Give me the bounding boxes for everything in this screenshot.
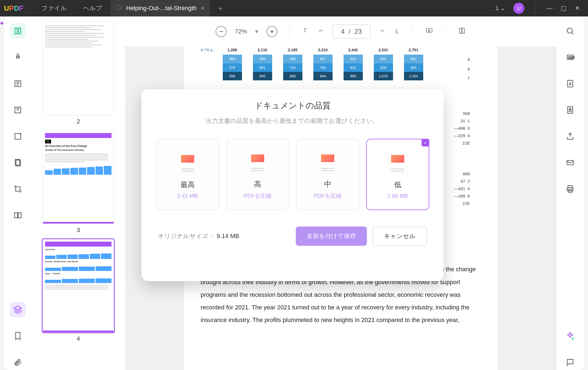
close-window-button[interactable]: ✕ bbox=[575, 5, 580, 12]
save-as-button[interactable]: 名前を付けて保存 bbox=[296, 227, 367, 246]
search-tool[interactable] bbox=[562, 23, 578, 39]
email-tool[interactable] bbox=[562, 155, 578, 170]
quality-thumb-icon bbox=[178, 150, 197, 173]
left-toolbar bbox=[4, 16, 32, 370]
last-page-icon[interactable] bbox=[394, 27, 400, 36]
ocr-tool[interactable]: OCR bbox=[562, 50, 578, 65]
fill-sign-tool[interactable] bbox=[10, 129, 26, 144]
view-toolbar: − 72% ▾ + 4 / 23 bbox=[125, 16, 556, 47]
presentation-icon[interactable] bbox=[425, 27, 433, 36]
comment-tool[interactable] bbox=[562, 355, 578, 370]
cancel-button[interactable]: キャンセル bbox=[372, 227, 427, 246]
modal-footer: オリジナルサイズ：9.14 MB 名前を付けて保存 キャンセル bbox=[152, 227, 433, 246]
form-tool[interactable] bbox=[10, 102, 26, 118]
print-tool[interactable] bbox=[562, 181, 578, 197]
document-icon bbox=[116, 4, 122, 12]
thumb-page-number: 3 bbox=[43, 227, 114, 234]
menu-file[interactable]: ファイル bbox=[33, 4, 75, 12]
zoom-dropdown-icon[interactable]: ▾ bbox=[255, 28, 258, 35]
svg-rect-9 bbox=[459, 28, 461, 33]
separator bbox=[413, 26, 413, 37]
svg-rect-10 bbox=[462, 28, 464, 33]
ai-tool[interactable] bbox=[562, 328, 578, 344]
modal-title: ドキュメントの品質 bbox=[152, 100, 433, 111]
window-count-dropdown[interactable]: 1 ⌄ bbox=[495, 5, 505, 12]
tab-title: Helping-Out-...tal-Strength bbox=[126, 5, 197, 12]
menu-help[interactable]: ヘルプ bbox=[75, 4, 110, 12]
quality-option-low[interactable]: ✓ 低 1.66 MB bbox=[366, 139, 429, 210]
right-toolbar: OCR bbox=[556, 16, 584, 370]
minimize-button[interactable]: — bbox=[547, 5, 553, 12]
notification-dot bbox=[1, 22, 3, 25]
thumbnail-page-2[interactable]: 2 bbox=[43, 22, 114, 125]
thumb-page-number: 2 bbox=[43, 118, 114, 125]
quality-thumb-icon bbox=[318, 149, 337, 173]
compare-tool[interactable] bbox=[10, 208, 26, 223]
highlight-tool[interactable] bbox=[10, 50, 26, 65]
separator bbox=[445, 26, 446, 37]
thumbnail-page-3[interactable]: 01 An Overview of the Ever-Changi Trends… bbox=[43, 131, 114, 234]
document-tab[interactable]: Helping-Out-...tal-Strength × bbox=[110, 0, 210, 16]
share-tool[interactable] bbox=[562, 129, 578, 144]
new-tab-button[interactable]: + bbox=[210, 4, 231, 13]
stacked-bar-chart: 4.7% p... 1,2884893765862,1165806918452,… bbox=[201, 47, 481, 96]
chart-side-labels: 467 bbox=[467, 55, 470, 83]
zoom-out-button[interactable]: − bbox=[216, 26, 227, 37]
protect-tool[interactable] bbox=[562, 102, 578, 118]
separator bbox=[30, 4, 30, 12]
original-size-label: オリジナルサイズ：9.14 MB bbox=[158, 232, 239, 240]
crop-tool[interactable] bbox=[10, 181, 26, 197]
quality-thumb-icon bbox=[248, 149, 267, 173]
svg-point-11 bbox=[567, 28, 572, 33]
first-page-icon[interactable] bbox=[302, 27, 309, 36]
zoom-level: 72% bbox=[235, 28, 247, 35]
quality-options: 最高 2.41 MB 高 PDFを圧縮 中 PDFを圧縮 ✓ 低 1.66 MB bbox=[152, 139, 433, 210]
separator bbox=[290, 26, 290, 37]
svg-point-0 bbox=[116, 5, 121, 10]
bookmark-tool[interactable] bbox=[10, 328, 26, 344]
svg-rect-16 bbox=[569, 110, 571, 112]
thumbnail-panel[interactable]: 2 01 An Overview of the Ever-Changi Tren… bbox=[32, 16, 125, 370]
svg-rect-7 bbox=[18, 213, 21, 218]
zoom-in-button[interactable]: + bbox=[266, 26, 277, 37]
attachment-tool[interactable] bbox=[10, 355, 26, 370]
edit-tool[interactable] bbox=[10, 76, 26, 91]
chevron-down-icon: ⌄ bbox=[500, 5, 505, 12]
quality-modal: ドキュメントの品質 出力文書の品質を最高から最低までの範囲でお選びください。 最… bbox=[141, 89, 444, 281]
organize-tool[interactable] bbox=[10, 155, 26, 170]
quality-option-medium[interactable]: 中 PDFを圧縮 bbox=[296, 139, 359, 210]
separator bbox=[535, 4, 536, 12]
titlebar: UPDF ファイル ヘルプ Helping-Out-...tal-Strengt… bbox=[0, 0, 588, 16]
svg-rect-6 bbox=[15, 213, 18, 218]
reader-tool[interactable] bbox=[10, 23, 26, 39]
app-logo: UPDF bbox=[0, 4, 27, 13]
user-avatar[interactable]: U bbox=[513, 3, 524, 14]
prev-page-icon[interactable] bbox=[317, 27, 324, 36]
close-tab-icon[interactable]: × bbox=[201, 4, 205, 12]
convert-tool[interactable] bbox=[562, 76, 578, 91]
thumb-page-number: 4 bbox=[43, 335, 114, 342]
page-indicator[interactable]: 4 / 23 bbox=[332, 24, 370, 39]
modal-subtitle: 出力文書の品質を最高から最低までの範囲でお選びください。 bbox=[152, 117, 433, 125]
quality-thumb-icon bbox=[388, 150, 407, 173]
svg-text:OCR: OCR bbox=[568, 56, 575, 59]
view-mode-icon[interactable] bbox=[458, 27, 466, 36]
next-page-icon[interactable] bbox=[379, 27, 386, 36]
check-icon: ✓ bbox=[422, 139, 429, 146]
quality-option-highest[interactable]: 最高 2.41 MB bbox=[156, 139, 219, 210]
layers-tool[interactable] bbox=[10, 302, 26, 317]
quality-option-high[interactable]: 高 PDFを圧縮 bbox=[226, 139, 289, 210]
maximize-button[interactable]: ▢ bbox=[561, 5, 567, 12]
thumbnail-page-4[interactable]: Americas Europe, Middle East, and Africa… bbox=[43, 239, 114, 342]
svg-point-21 bbox=[572, 338, 573, 339]
